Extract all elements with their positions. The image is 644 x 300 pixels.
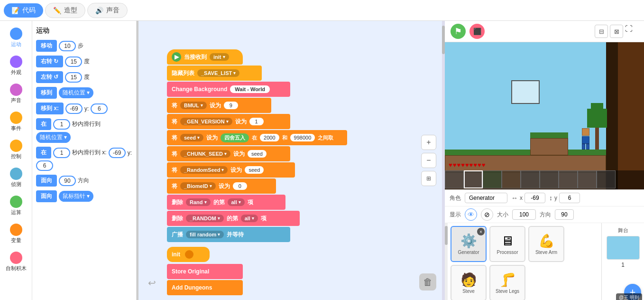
goto-btn[interactable]: 移到 [36,87,57,99]
turn-left-input[interactable] [65,72,82,83]
broadcast-dropdown[interactable]: fill random [186,231,224,238]
bg-value-pill[interactable]: Wait - World [230,85,270,93]
biome-value[interactable]: 0 [233,182,247,190]
biome-dropdown[interactable]: _BiomeID [180,182,216,190]
sprite-steve-arm[interactable]: 💪 Steve Arm [528,226,564,262]
move-steps-input[interactable] [59,41,76,51]
y-coord-input[interactable] [559,193,580,203]
bmul-dropdown[interactable]: BMUL [180,102,207,109]
gen-version-dropdown[interactable]: _GEN_VERSION [180,118,232,125]
sprite-name-input[interactable] [465,193,507,203]
inv-slot-7[interactable] [559,170,578,188]
block-change-bg[interactable]: Change Background Wait - World [167,82,290,97]
block-set-seed[interactable]: 将 seed 设为 四舍五入 在 2000 和 998000 之间取 [167,130,347,145]
seed-dropdown[interactable]: seed [180,134,203,141]
stop-button[interactable]: ⬛ [469,24,485,39]
category-control[interactable]: 控制 [2,137,30,163]
sprite-steve[interactable]: 🧑 Steve [451,265,487,300]
hat-block[interactable]: ▶ 当接收到 init [167,49,243,65]
sprite-generator[interactable]: × ⚙️ Generator [451,226,487,262]
face-dir-input[interactable] [59,176,76,186]
block-move-btn[interactable]: 移动 [36,40,57,52]
save-list-dropdown[interactable]: _SAVE_LIST [197,69,239,77]
block-init-standalone[interactable]: init [167,247,210,262]
zoom-out-btn[interactable]: − [421,153,436,168]
seed-min[interactable]: 2000 [260,134,279,141]
face-mouse-btn[interactable]: 面向 [36,190,57,202]
goto-xy-btn[interactable]: 移到 x: [36,103,64,114]
turn-right-btn[interactable]: 右转 ↻ [36,56,63,67]
trash-button[interactable]: 🗑 [419,273,436,291]
glide-xy-secs[interactable] [53,148,70,158]
inv-slot-6[interactable] [540,170,559,188]
tab-sound[interactable]: 🔊 声音 [87,3,128,18]
block-set-random-seed[interactable]: 将 _RandomSeed 设为 seed [167,162,295,178]
block-add-dungeons[interactable]: Add Dungeons [167,280,243,295]
sprite-processor[interactable]: 🖥 Processor [489,226,525,262]
gen-version-value[interactable]: 1 [249,118,264,125]
category-custom[interactable]: 自制积木 [2,249,30,275]
glide-y-input[interactable] [36,160,53,171]
block-broadcast[interactable]: 广播 fill random 并等待 [167,227,290,242]
block-store-original[interactable]: Store Original [167,264,243,279]
inv-slot-3[interactable] [483,170,502,188]
dir-input[interactable] [555,209,574,220]
chunk-seed-dropdown[interactable]: _CHUNK_SEED [180,150,230,158]
random-seed-dropdown[interactable]: _RandomSeed [180,166,228,174]
fit-btn[interactable]: ⊞ [421,171,436,186]
canvas-scroll-area[interactable]: ▶ 当接收到 init 隐藏列表 _SAVE_LIST Change Backg… [138,21,442,300]
stage-thumb[interactable] [607,236,640,260]
inv-slot-2[interactable] [464,170,483,188]
show-visible-btn[interactable]: 👁 [465,208,477,221]
turn-right-input[interactable] [65,56,82,67]
block-hide-list[interactable]: 隐藏列表 _SAVE_LIST [167,66,262,81]
chunk-seed-value[interactable]: seed [248,150,267,158]
category-variable[interactable]: 变量 [2,221,30,247]
glide-x-input[interactable] [109,148,126,158]
random-seed-value[interactable]: seed [245,166,264,174]
turn-left-btn[interactable]: 左转 ↺ [36,71,63,83]
face-mouse-dropdown[interactable]: 鼠标指针 ▾ [59,191,93,202]
green-flag-button[interactable]: ⚑ [451,24,466,39]
goto-x-input[interactable] [65,103,83,114]
glide-target-dropdown[interactable]: 随机位置 ▾ [36,132,71,143]
inv-slot-1[interactable] [445,170,464,188]
undo-button[interactable]: ↩ [144,275,159,291]
inv-slot-5[interactable] [521,170,540,188]
glide-secs-input[interactable] [53,119,70,130]
code-canvas[interactable]: ▶ 当接收到 init 隐藏列表 _SAVE_LIST Change Backg… [138,21,442,300]
tab-costume[interactable]: ✏️ 造型 [45,3,85,18]
rand-dropdown[interactable]: Rand [186,198,211,206]
fullscreen-btn[interactable]: ⛶ [625,25,638,38]
tab-code[interactable]: 📝 代码 [4,3,43,18]
category-sound[interactable]: 声音 [2,81,30,107]
sprite-generator-delete[interactable]: × [477,228,485,235]
category-motion[interactable]: 运动 [2,25,30,51]
block-delete-rand[interactable]: 删除 Rand 的第 all 项 [167,195,285,210]
block-set-gen-version[interactable]: 将 _GEN_VERSION 设为 1 [167,114,290,129]
category-looks[interactable]: 外观 [2,53,30,79]
sprite-steve-legs[interactable]: 🦵 Steve Legs [489,265,525,300]
inv-slot-4[interactable] [502,170,521,188]
goto-target-dropdown[interactable]: 随机位置 ▾ [59,87,93,98]
glide-xy-btn[interactable]: 在 [36,147,51,159]
category-event[interactable]: 事件 [2,109,30,135]
random-dropdown[interactable]: _RANDOM [186,215,224,222]
block-set-bmul[interactable]: 将 BMUL 设为 9 [167,98,271,113]
category-sensor[interactable]: 侦测 [2,165,30,191]
inv-slot-9[interactable] [597,170,616,188]
size-input[interactable] [512,209,536,220]
block-set-biome[interactable]: 将 _BiomeID 设为 0 [167,178,276,194]
hide-btn[interactable]: ⊘ [481,208,493,221]
layout-small-btn[interactable]: ⊟ [595,25,608,38]
block-set-chunk-seed[interactable]: 将 _CHUNK_SEED 设为 seed [167,146,290,161]
hat-dropdown[interactable]: init [210,53,229,61]
rand-all-dropdown[interactable]: all [228,198,245,206]
glide-random-btn[interactable]: 在 [36,118,51,130]
random-all-dropdown[interactable]: all [241,215,258,222]
x-coord-input[interactable] [524,193,545,203]
layout-side-btn[interactable]: ⊠ [610,25,623,38]
face-dir-btn[interactable]: 面向 [36,175,57,187]
category-operator[interactable]: 运算 [2,193,30,219]
goto-y-input[interactable] [91,103,108,114]
